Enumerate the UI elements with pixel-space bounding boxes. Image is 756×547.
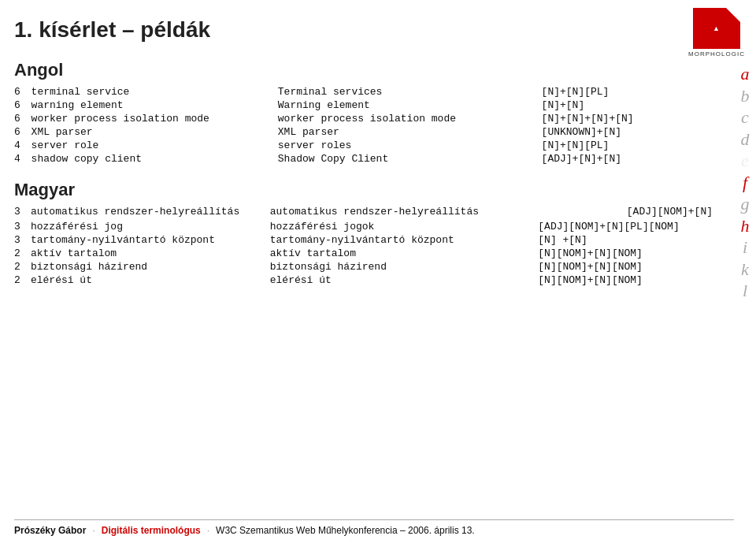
row-count: 3 <box>14 233 31 247</box>
alphabet-sidebar: a b c d e f g h i k l <box>734 63 756 302</box>
footer: Prószéky Gábor · Digitális terminológus … <box>14 519 734 536</box>
row-source: elérési út <box>31 274 270 287</box>
section-header-magyar: Magyar <box>14 180 737 200</box>
row-tags: [ADJ][NOM]+[N][PL][NOM] <box>538 220 737 233</box>
row-tags: [N]+[N][PL] <box>542 139 737 152</box>
alpha-f: f <box>734 172 756 194</box>
row-count: 2 <box>14 274 31 287</box>
row-count: 6 <box>14 125 32 139</box>
row-target: server roles <box>278 139 542 152</box>
footer-separator1: · <box>92 525 94 536</box>
section-header-angol: Angol <box>14 60 737 80</box>
row-source: server role <box>32 139 278 152</box>
row-tags: [N][NOM]+[N][NOM] <box>538 260 737 274</box>
table-row: 6 warning element Warning element [N]+[N… <box>14 99 737 112</box>
row-tags: [N][NOM]+[N][NOM] <box>538 274 737 287</box>
alpha-l: l <box>734 280 756 302</box>
alpha-b: b <box>734 85 756 107</box>
page: ▲ MORPHOLOGIC a b c d e f g h i k l 1. k… <box>0 0 756 547</box>
row-target: Warning element <box>278 99 542 112</box>
row-source: shadow copy client <box>32 152 278 166</box>
row-tags: [N][NOM]+[N][NOM] <box>538 247 737 260</box>
row-target: tartomány-nyilvántartó központ <box>270 233 539 247</box>
alpha-g: g <box>734 193 756 215</box>
row-target: automatikus rendszer-helyreállítás [ADJ]… <box>270 205 737 220</box>
row-source: worker process isolation mode <box>32 112 278 125</box>
table-row: 2 elérési út elérési út [N][NOM]+[N][NOM… <box>14 274 737 287</box>
alpha-i: i <box>734 236 756 259</box>
row-count: 2 <box>14 260 31 274</box>
alpha-h: h <box>734 215 756 237</box>
row-count: 4 <box>14 152 32 166</box>
row-target: Terminal services <box>278 85 542 99</box>
row-target: elérési út <box>270 274 539 287</box>
row-target: aktív tartalom <box>270 247 539 260</box>
row-source: warning element <box>32 99 278 112</box>
table-row: 2 biztonsági házirend biztonsági háziren… <box>14 260 737 274</box>
table-row: 2 aktív tartalom aktív tartalom [N][NOM]… <box>14 247 737 260</box>
table-row: 3 hozzáférési jog hozzáférési jogok [ADJ… <box>14 220 737 233</box>
alpha-k: k <box>734 259 756 281</box>
table-row: 4 server role server roles [N]+[N][PL] <box>14 139 737 152</box>
table-row: 4 shadow copy client Shadow Copy Client … <box>14 152 737 166</box>
footer-role: Digitális terminológus <box>102 525 201 536</box>
row-target: Shadow Copy Client <box>278 152 542 166</box>
alpha-c: c <box>734 106 756 128</box>
row-count: 2 <box>14 247 31 260</box>
table-row: 6 XML parser XML parser [UNKNOWN]+[N] <box>14 125 737 139</box>
alpha-d: d <box>734 128 756 151</box>
logo-box: ▲ <box>693 8 740 49</box>
angol-table: 6 terminal service Terminal services [N]… <box>14 85 737 166</box>
row-tags: [ADJ]+[N]+[N] <box>542 152 737 166</box>
row-source: aktív tartalom <box>31 247 270 260</box>
row-target: hozzáférési jogok <box>270 220 539 233</box>
row-count: 6 <box>14 99 32 112</box>
row-tags: [N]+[N] <box>542 99 737 112</box>
table-row: 3 tartomány-nyilvántartó központ tartomá… <box>14 233 737 247</box>
footer-conference: W3C Szemantikus Web Műhelykonferencia – … <box>216 525 475 536</box>
table-row: 3 automatikus rendszer-helyreállítás aut… <box>14 205 737 220</box>
row-tags: [N]+[N][PL] <box>542 85 737 99</box>
row-source: automatikus rendszer-helyreállítás <box>31 205 270 220</box>
table-row: 6 terminal service Terminal services [N]… <box>14 85 737 99</box>
table-row: 6 worker process isolation mode worker p… <box>14 112 737 125</box>
row-count: 6 <box>14 112 32 125</box>
row-source: hozzáférési jog <box>31 220 270 233</box>
row-tags: [UNKNOWN]+[N] <box>542 125 737 139</box>
row-tags: [N] +[N] <box>538 233 737 247</box>
row-target: biztonsági házirend <box>270 260 539 274</box>
magyar-table: 3 automatikus rendszer-helyreállítás aut… <box>14 205 737 287</box>
row-count: 4 <box>14 139 32 152</box>
logo-area: ▲ MORPHOLOGIC <box>685 8 748 58</box>
row-source: tartomány-nyilvántartó központ <box>31 233 270 247</box>
alpha-a: a <box>734 63 756 85</box>
page-title: 1. kísérlet – példák <box>14 17 737 43</box>
row-count: 3 <box>14 205 31 220</box>
row-source: XML parser <box>32 125 278 139</box>
alpha-e: e <box>734 150 756 172</box>
row-count: 6 <box>14 85 32 99</box>
row-source: biztonsági házirend <box>31 260 270 274</box>
row-source: terminal service <box>32 85 278 99</box>
footer-author-name: Prószéky Gábor <box>14 525 86 536</box>
row-target: XML parser <box>278 125 542 139</box>
logo-icon: ▲ <box>713 24 721 32</box>
row-target: worker process isolation mode <box>278 112 542 125</box>
row-count: 3 <box>14 220 31 233</box>
footer-separator2: · <box>207 525 209 536</box>
row-tags: [N]+[N]+[N]+[N] <box>542 112 737 125</box>
logo-brand: MORPHOLOGIC <box>685 50 748 58</box>
